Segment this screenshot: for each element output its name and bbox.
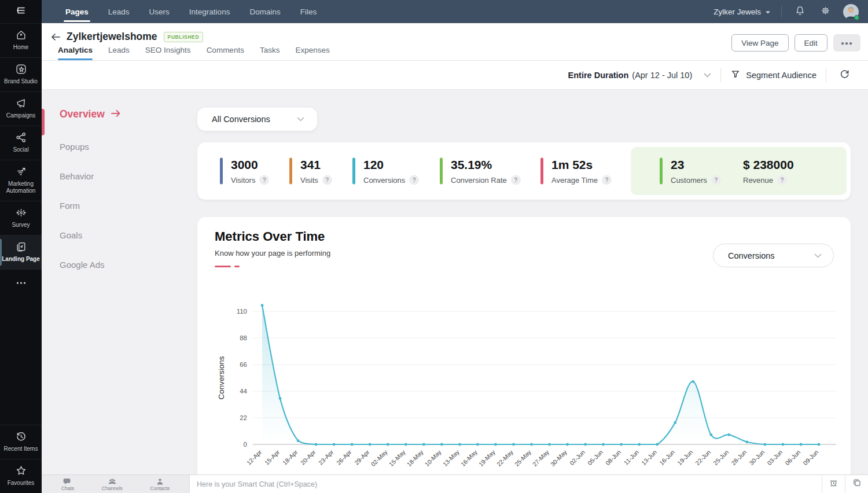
svg-text:02-May: 02-May	[369, 448, 389, 468]
metric-value: 120	[363, 157, 419, 171]
nav-integrations[interactable]: Integrations	[179, 0, 240, 23]
sidebar-item-marketing-automation[interactable]: Marketing Automation	[0, 160, 42, 201]
metric-revenue: $ 238000 Revenue ?	[743, 157, 794, 185]
segment-audience-button[interactable]: Segment Audience	[730, 69, 816, 81]
svg-text:13-Jun: 13-Jun	[640, 448, 658, 466]
help-icon[interactable]: ?	[602, 175, 612, 185]
user-avatar[interactable]	[843, 4, 859, 20]
account-switcher[interactable]: Zylker Jewels	[713, 8, 771, 16]
chart-metric-dropdown[interactable]: Conversions	[713, 244, 834, 267]
help-icon[interactable]: ?	[259, 175, 269, 185]
tab-expenses[interactable]: Expenses	[295, 46, 329, 60]
metric-label: Conversion Rate	[451, 175, 507, 184]
svg-text:20-Apr: 20-Apr	[299, 448, 317, 466]
funnel-icon	[730, 69, 741, 81]
sidebar-item-landing-page[interactable]: Landing Page	[0, 235, 42, 269]
metric-conversions: 120 Conversions ?	[352, 157, 419, 185]
svg-text:09-Jun: 09-Jun	[801, 448, 819, 466]
svg-text:18-Apr: 18-Apr	[281, 448, 299, 466]
sidebar-item-survey[interactable]: Survey	[0, 201, 42, 235]
metrics-summary-card: 3000 Visitors ? 341 Visits ?	[197, 142, 851, 200]
sidebar-more-button[interactable]	[0, 269, 42, 302]
sidebar-item-label: Campaigns	[6, 112, 36, 119]
more-dots-icon	[15, 278, 27, 290]
clock-history-icon	[15, 431, 27, 443]
nav-pages[interactable]: Pages	[56, 0, 98, 23]
help-icon[interactable]: ?	[409, 175, 419, 185]
nav-files[interactable]: Files	[290, 0, 327, 23]
menu-item-form[interactable]: Form	[60, 201, 197, 211]
tab-leads[interactable]: Leads	[108, 46, 130, 60]
gear-icon	[820, 5, 831, 19]
window-stack-button[interactable]	[845, 475, 868, 493]
dock-item-channels[interactable]: Channels	[102, 477, 123, 491]
refresh-button[interactable]	[836, 67, 853, 84]
segment-audience-label: Segment Audience	[746, 71, 816, 80]
sidebar-item-favourites[interactable]: Favourites	[0, 459, 42, 493]
chart-title: Metrics Over Time	[197, 217, 851, 244]
metric-visitors: 3000 Visitors ?	[220, 157, 269, 185]
people-group-icon	[108, 478, 117, 485]
chevron-down-icon	[704, 73, 711, 78]
sidebar-item-campaigns[interactable]: Campaigns	[0, 91, 42, 126]
tab-seo-insights[interactable]: SEO Insights	[145, 46, 191, 60]
smart-chat-input[interactable]: Here is your Smart Chat (Ctrl+Space)	[189, 475, 822, 493]
metric-customers: 23 Customers ?	[660, 157, 721, 185]
metric-value: 23	[671, 157, 721, 171]
svg-text:22-Jun: 22-Jun	[694, 448, 712, 466]
svg-text:15-May: 15-May	[387, 448, 407, 468]
menu-item-popups[interactable]: Popups	[60, 142, 197, 152]
accent-dash	[234, 266, 240, 267]
tab-comments[interactable]: Comments	[207, 46, 244, 60]
online-status-dot	[854, 15, 859, 20]
tab-tasks[interactable]: Tasks	[260, 46, 280, 60]
nav-leads[interactable]: Leads	[98, 0, 139, 23]
menu-item-overview[interactable]: Overview	[60, 108, 197, 120]
sidebar-item-brand-studio[interactable]: Brand Studio	[0, 57, 42, 91]
metric-value: 341	[300, 157, 332, 171]
edit-button[interactable]: Edit	[795, 34, 827, 51]
conversion-type-dropdown[interactable]: All Conversions	[197, 108, 317, 131]
svg-text:03-Jun: 03-Jun	[766, 448, 784, 466]
nav-users[interactable]: Users	[139, 0, 179, 23]
svg-text:27-May: 27-May	[531, 448, 551, 468]
dock-item-chats[interactable]: Chats	[61, 477, 74, 491]
menu-item-behavior[interactable]: Behavior	[60, 171, 197, 181]
sidebar-item-home[interactable]: Home	[0, 23, 42, 57]
metric-value: 35.19%	[451, 157, 521, 171]
metrics-over-time-card: Metrics Over Time Know how your page is …	[197, 217, 851, 474]
metric-label: Revenue	[743, 175, 773, 184]
conversion-type-value: All Conversions	[197, 115, 270, 124]
svg-text:22: 22	[240, 414, 247, 421]
active-menu-accent-bar	[42, 109, 45, 135]
sidebar-item-label: Home	[13, 44, 29, 51]
header-actions: View Page Edit ●●●	[731, 34, 860, 51]
view-page-button[interactable]: View Page	[731, 34, 788, 51]
duration-range: (Apr 12 - Jul 10)	[632, 71, 692, 80]
duration-selector[interactable]: Entire Duration (Apr 12 - Jul 10)	[568, 71, 712, 80]
sidebar-item-social[interactable]: Social	[0, 126, 42, 160]
help-icon[interactable]: ?	[322, 175, 332, 185]
tab-analytics[interactable]: Analytics	[58, 46, 93, 60]
sidebar-item-recent-items[interactable]: Recent Items	[0, 425, 42, 459]
dock-item-contacts[interactable]: Contacts	[150, 477, 170, 491]
notifications-button[interactable]	[792, 4, 807, 19]
sidebar-item-label: Favourites	[8, 480, 35, 487]
more-options-button[interactable]: ●●●	[833, 34, 860, 51]
reminders-button[interactable]	[822, 475, 845, 493]
menu-item-google-ads[interactable]: Google Ads	[60, 260, 197, 270]
metric-label: Visits	[300, 175, 318, 184]
svg-text:02-Jun: 02-Jun	[568, 448, 586, 466]
menu-item-goals[interactable]: Goals	[60, 230, 197, 240]
svg-text:10-May: 10-May	[423, 448, 443, 468]
settings-button[interactable]	[818, 4, 833, 19]
nav-domains[interactable]: Domains	[240, 0, 290, 23]
metric-color-bar	[289, 158, 292, 185]
svg-text:22-May: 22-May	[495, 448, 515, 468]
menu-toggle-button[interactable]	[0, 0, 42, 23]
help-icon[interactable]: ?	[777, 175, 787, 185]
help-icon[interactable]: ?	[511, 175, 521, 185]
dock-item-label: Chats	[61, 485, 74, 491]
help-icon[interactable]: ?	[711, 175, 721, 185]
back-button[interactable]	[49, 31, 62, 43]
